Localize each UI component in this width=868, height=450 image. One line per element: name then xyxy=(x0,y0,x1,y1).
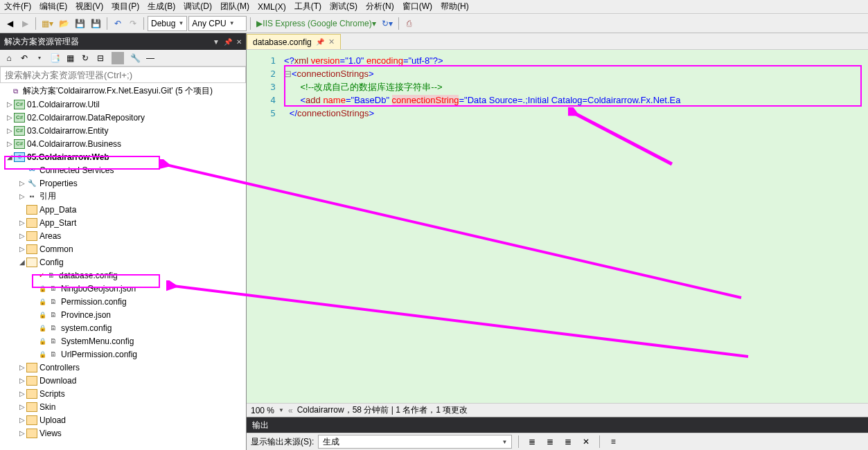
save-icon[interactable]: 💾 xyxy=(73,16,87,31)
solution-search-input[interactable] xyxy=(0,66,246,83)
extra-icon[interactable]: ⎙ xyxy=(402,16,416,31)
expand-icon[interactable]: ▷ xyxy=(6,114,14,121)
lock-icon: 🔒 xyxy=(39,325,46,332)
expand-icon[interactable]: ▷ xyxy=(6,140,14,147)
zoom-level[interactable]: 100 % xyxy=(251,406,274,415)
menu-build[interactable]: 生成(B) xyxy=(148,1,175,12)
collapse-icon[interactable]: ◢ xyxy=(18,258,26,266)
menu-view[interactable]: 视图(V) xyxy=(76,1,103,12)
tab-database-config[interactable]: database.config 📌 ✕ xyxy=(247,34,341,49)
folder-controllers[interactable]: Controllers xyxy=(39,363,80,372)
project-web[interactable]: 05.Coldairarrow.Web xyxy=(27,152,109,162)
expand-icon[interactable]: ▷ xyxy=(18,363,26,371)
folder-appdata[interactable]: App_Data xyxy=(39,205,76,215)
folder-open-icon xyxy=(26,258,37,267)
folder-config[interactable]: Config xyxy=(39,258,64,267)
menu-tools[interactable]: 工具(T) xyxy=(294,1,321,12)
codelens-info[interactable]: Coldairarrow，58 分钟前 | 1 名作者，1 项更改 xyxy=(297,404,468,416)
project-datarepo[interactable]: 02.Coldairarrow.DataRepository xyxy=(27,113,145,123)
code-editor[interactable]: 12345 <?xml version="1.0" encoding="utf-… xyxy=(247,50,868,403)
solution-node[interactable]: 解决方案'Coldairarrow.Fx.Net.Easyui.Git' (5 … xyxy=(23,85,213,97)
folder-skin[interactable]: Skin xyxy=(39,402,55,412)
config-select[interactable]: Debug▼ xyxy=(148,16,187,31)
expand-icon[interactable]: ▷ xyxy=(6,100,14,108)
expand-icon[interactable]: ▷ xyxy=(18,403,26,411)
project-util[interactable]: 01.Coldairarrow.Util xyxy=(27,100,100,109)
expand-icon[interactable]: ▷ xyxy=(6,127,14,134)
expand-icon[interactable]: ▷ xyxy=(18,245,26,253)
pin-icon[interactable]: 📌 xyxy=(316,38,324,46)
expand-icon[interactable]: ▷ xyxy=(18,232,26,240)
prev-msg-icon[interactable]: ≣ xyxy=(543,434,557,449)
menu-analyze[interactable]: 分析(N) xyxy=(366,1,394,12)
menu-test[interactable]: 测试(S) xyxy=(330,1,357,12)
menu-window[interactable]: 窗口(W) xyxy=(402,1,432,12)
file-database-config[interactable]: database.config xyxy=(59,271,118,280)
menu-xml[interactable]: XML(X) xyxy=(258,2,286,12)
file-province[interactable]: Province.json xyxy=(61,310,111,320)
folder-icon xyxy=(26,402,37,412)
properties-node[interactable]: Properties xyxy=(39,179,78,188)
refresh-icon[interactable]: ↻ xyxy=(79,52,91,64)
file-permission[interactable]: Permission.config xyxy=(61,297,127,307)
nav-fwd-icon[interactable]: ▶ xyxy=(18,16,32,31)
new-project-icon[interactable]: ▦▾ xyxy=(39,16,55,31)
collapse-icon[interactable]: ⊟ xyxy=(94,52,107,64)
code-text[interactable]: <?xml version="1.0" encoding="utf-8"?> ⊟… xyxy=(281,50,868,403)
redo-icon[interactable]: ↷ xyxy=(126,16,140,31)
wrap-icon[interactable]: ≡ xyxy=(606,434,620,449)
expand-icon[interactable]: ▷ xyxy=(18,377,26,384)
folder-views[interactable]: Views xyxy=(39,429,62,438)
nav-back-icon[interactable]: ◀ xyxy=(3,16,17,31)
menu-debug[interactable]: 调试(D) xyxy=(184,1,212,12)
connected-services[interactable]: Connected Services xyxy=(39,165,114,175)
file-urlpermission[interactable]: UrlPermission.config xyxy=(61,350,137,359)
preview-icon[interactable]: — xyxy=(144,52,157,64)
folder-scripts[interactable]: Scripts xyxy=(39,389,65,399)
expand-icon[interactable]: ▷ xyxy=(18,219,26,226)
find-msg-icon[interactable]: ≣ xyxy=(525,434,539,449)
menu-team[interactable]: 团队(M) xyxy=(220,1,249,12)
references-node[interactable]: 引用 xyxy=(39,190,56,202)
folder-upload[interactable]: Upload xyxy=(39,415,66,425)
close-icon[interactable]: ✕ xyxy=(328,37,335,46)
back-icon[interactable]: ↶ xyxy=(18,52,30,64)
folder-areas[interactable]: Areas xyxy=(39,231,61,241)
run-button[interactable]: ▶ IIS Express (Google Chrome) ▾ xyxy=(254,16,378,31)
browser-refresh-icon[interactable]: ↻▾ xyxy=(380,16,395,31)
next-msg-icon[interactable]: ≣ xyxy=(561,434,575,449)
pin-icon[interactable]: 📌 xyxy=(224,38,232,46)
expand-icon[interactable]: ▷ xyxy=(18,416,26,424)
menu-project[interactable]: 项目(P) xyxy=(112,1,139,12)
menu-file[interactable]: 文件(F) xyxy=(4,1,31,12)
save-all-icon[interactable]: 💾 xyxy=(89,16,103,31)
autohide-icon[interactable]: ▼ xyxy=(213,38,220,46)
output-source-select[interactable]: 生成▼ xyxy=(318,435,512,449)
properties-icon[interactable]: 🔧 xyxy=(129,52,141,64)
folder-common[interactable]: Common xyxy=(39,244,73,254)
file-systemmenu[interactable]: SystemMenu.config xyxy=(61,336,134,346)
file-ningbo[interactable]: NingboGeojson.json xyxy=(61,284,136,294)
folder-download[interactable]: Download xyxy=(39,376,76,386)
project-business[interactable]: 04.Coldairarrow.Business xyxy=(27,139,121,149)
undo-icon[interactable]: ↶ xyxy=(111,16,125,31)
close-icon[interactable]: ✕ xyxy=(236,38,242,46)
clear-icon[interactable]: ✕ xyxy=(579,434,593,449)
expand-icon[interactable]: ▷ xyxy=(18,429,26,437)
project-entity[interactable]: 03.Coldairarrow.Entity xyxy=(27,126,108,136)
menu-edit[interactable]: 编辑(E) xyxy=(39,1,67,12)
solution-tree[interactable]: ⧉解决方案'Coldairarrow.Fx.Net.Easyui.Git' (5… xyxy=(0,83,246,450)
file-system[interactable]: system.config xyxy=(61,323,112,333)
menu-help[interactable]: 帮助(H) xyxy=(441,1,469,12)
collapse-icon[interactable]: ◢ xyxy=(6,153,14,161)
expand-icon[interactable]: ▷ xyxy=(18,179,26,187)
project-icon: C# xyxy=(14,113,25,123)
platform-select[interactable]: Any CPU▼ xyxy=(188,16,247,31)
expand-icon[interactable]: ▷ xyxy=(18,390,26,397)
sync-icon[interactable]: 📑 xyxy=(48,52,61,64)
showall-icon[interactable]: ▦ xyxy=(64,52,76,64)
home-icon[interactable]: ⌂ xyxy=(3,52,15,64)
folder-appstart[interactable]: App_Start xyxy=(39,218,76,228)
open-icon[interactable]: 📂 xyxy=(57,16,71,31)
expand-icon[interactable]: ▷ xyxy=(18,192,26,200)
